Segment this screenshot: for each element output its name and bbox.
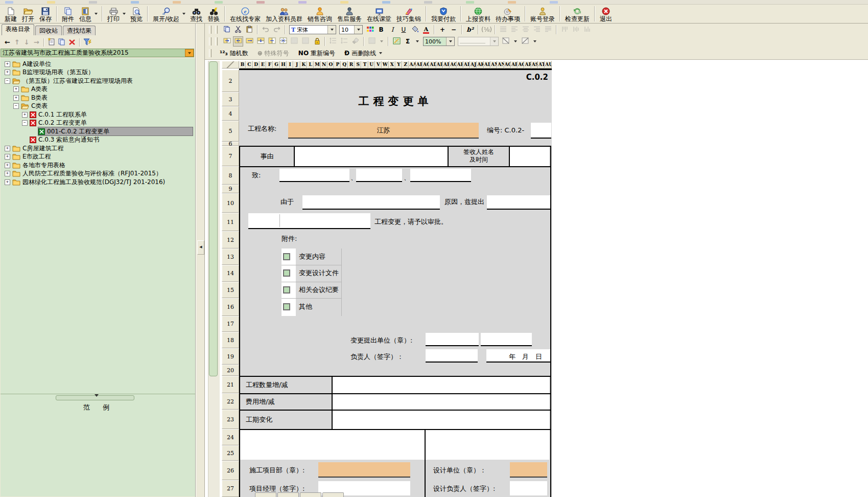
format-button-vtext3[interactable] [582,25,592,35]
system-title-bar[interactable]: 江苏省建筑与市政工程施工质量验收系统2015 [1,49,194,57]
toolbar-button-sales[interactable]: 销售咨询 [305,5,335,23]
format-button-grid-green[interactable] [391,36,402,47]
column-header-H[interactable]: H [280,61,287,69]
format-button-cut[interactable] [233,25,243,35]
tree-item-12[interactable]: +各地市专用表格 [1,161,195,169]
combo-size[interactable]: 10 [339,25,363,34]
column-header-C[interactable]: C [246,61,252,69]
expander-icon[interactable]: + [5,146,10,151]
tree-item-0[interactable]: +A建设单位 [1,60,195,68]
tree-item-11[interactable]: +E市政工程 [1,153,195,161]
format-button-merge1[interactable] [222,36,232,47]
column-header-B[interactable]: B [239,61,246,69]
sheet-tab[interactable] [300,492,321,497]
expander-icon[interactable]: + [5,70,10,75]
propose-unit-cell-1[interactable] [426,333,479,346]
toolbar-button-tips[interactable]: 技巧集锦 [394,5,424,23]
dropdown-button[interactable] [446,37,454,46]
row-header-24[interactable]: 24 [222,429,239,445]
dropdown-caret-icon[interactable] [533,40,536,42]
arrow-up-icon[interactable]: ↑ [14,38,20,47]
format-button-merge6[interactable] [278,36,288,47]
row-header-6[interactable]: 6 [222,142,239,146]
row-header-26[interactable]: 26 [222,461,239,480]
column-header-P[interactable]: P [334,61,341,69]
expander-icon[interactable]: + [5,154,10,160]
row-header-10[interactable]: 10 [222,193,239,213]
format-button-align-dist[interactable] [543,25,553,35]
toolbar-button-pay[interactable]: 我要付款 [429,5,458,23]
attachment-checkbox-2[interactable] [283,286,290,293]
dropdown-button[interactable] [354,26,362,34]
tab-table-directory[interactable]: 表格目录 [2,24,34,35]
column-header-Q[interactable]: Q [341,61,347,69]
column-header-L[interactable]: L [307,61,314,69]
format-button-b²[interactable]: b² [465,25,475,35]
format-button-fontcolor[interactable]: A [421,25,431,35]
format-button-align-center[interactable] [521,25,531,35]
column-header-X[interactable]: X [389,61,395,69]
format-button-rowsp2[interactable] [339,36,349,47]
format-button-diag1[interactable] [501,36,511,47]
toolbar-button-group[interactable]: 加入资料员群 [263,5,305,23]
toolbar-button-upload[interactable]: 上报资料 [463,5,493,23]
column-header-AM[interactable]: AM [490,61,497,69]
row-header-20[interactable]: 20 [222,365,239,376]
column-header-AJ[interactable]: AJ [470,61,477,69]
row-header-17[interactable]: 17 [222,316,239,332]
sidebar-button-delete-node[interactable] [67,38,77,47]
column-header-N[interactable]: N [321,61,327,69]
attachment-checkbox-1[interactable] [283,269,290,277]
toolbar-button-replace[interactable]: 替换 [205,5,222,23]
combo-font[interactable]: T宋体 [289,25,336,34]
doc-number-cell[interactable] [531,123,551,139]
splitter-collapse-button[interactable]: ◀ [197,240,204,255]
column-header-AO[interactable]: AO [504,61,511,69]
column-header-J[interactable]: J [293,61,300,69]
format-button-paste[interactable] [244,25,254,35]
toolbar-button-find[interactable]: 查找 [187,5,205,23]
format-button-−[interactable]: − [449,25,459,35]
column-header-Y[interactable]: Y [395,61,402,69]
format-button-align-left[interactable] [509,25,520,35]
toolbar-button-ie[interactable]: e在线找专家 [227,5,263,23]
sidebar-button-copy-node[interactable] [57,38,67,47]
column-header-U[interactable]: U [368,61,375,69]
dropdown-caret-icon[interactable] [379,52,382,54]
format-button-undo[interactable] [261,25,271,35]
row-header-19[interactable]: 19 [222,348,239,365]
row-header-11[interactable]: 11 [222,213,239,231]
column-header-AF[interactable]: AF [443,61,450,69]
column-header-AI[interactable]: AI [463,61,470,69]
dropdown-caret-icon[interactable] [416,40,419,42]
format-button-b[interactable]: B [376,25,386,35]
propose-unit-cell-2[interactable] [481,333,532,346]
column-header-D[interactable]: D [253,61,260,69]
column-header-AK[interactable]: AK [477,61,483,69]
column-header-Z[interactable]: Z [402,61,409,69]
column-header-AU[interactable]: AU [545,61,551,69]
to-input-cell-2[interactable] [356,169,402,182]
row-header-8[interactable]: 8 [222,166,239,185]
column-header-AQ[interactable]: AQ [518,61,524,69]
column-header-AT[interactable]: AT [538,61,545,69]
tree-item-13[interactable]: +人民防空工程质量验收与评价标准（RFJ01-2015） [1,170,195,178]
toolbar-button-save[interactable]: 保存 [37,5,54,23]
tool-button-2[interactable]: NO重新编号 [298,49,335,58]
expander-icon[interactable]: + [13,95,19,101]
format-button-pattern[interactable] [367,36,377,47]
sidebar-button-new-node[interactable] [46,38,57,47]
column-header-G[interactable]: G [273,61,279,69]
tab-search-results[interactable]: 查找结果 [63,26,96,35]
format-button-merge5[interactable] [267,36,277,47]
format-button-merge2[interactable] [233,36,243,47]
dropdown-caret-icon[interactable] [514,40,517,42]
column-header-W[interactable]: W [382,61,388,69]
row-header-15[interactable]: 15 [222,282,239,298]
row-header-5[interactable]: 5 [222,121,239,142]
expander-icon[interactable]: + [5,179,10,185]
design-unit-seal-cell[interactable] [510,462,547,478]
combo-zoom[interactable]: 100% [423,37,455,46]
dropdown-caret-icon[interactable] [95,13,98,15]
tree-collapse-button[interactable] [185,49,194,57]
